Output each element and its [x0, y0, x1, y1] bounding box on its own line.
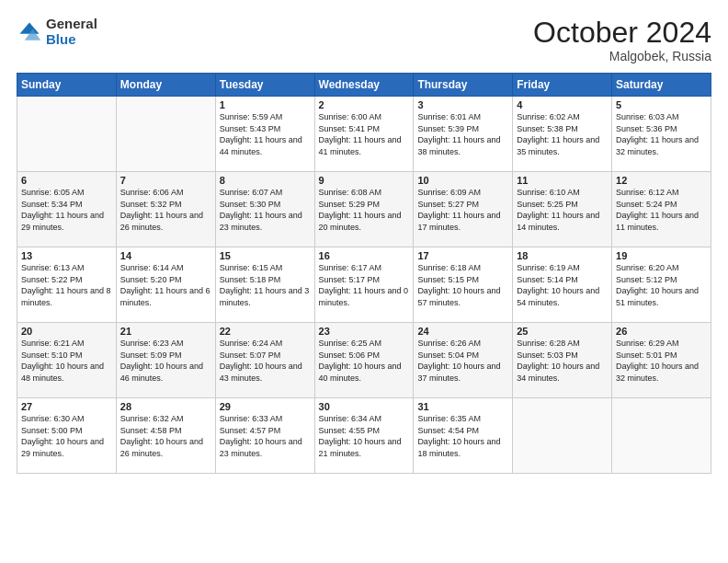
calendar-cell: 2Sunrise: 6:00 AM Sunset: 5:41 PM Daylig… [314, 97, 414, 172]
calendar-cell: 18Sunrise: 6:19 AM Sunset: 5:14 PM Dayli… [513, 247, 612, 323]
logo-general: General [46, 17, 97, 32]
day-info: Sunrise: 6:28 AM Sunset: 5:03 PM Dayligh… [517, 338, 608, 384]
calendar-cell: 4Sunrise: 6:02 AM Sunset: 5:38 PM Daylig… [513, 97, 612, 172]
weekday-header-row: SundayMondayTuesdayWednesdayThursdayFrid… [17, 74, 711, 97]
location: Malgobek, Russia [533, 49, 711, 63]
calendar-cell: 16Sunrise: 6:17 AM Sunset: 5:17 PM Dayli… [314, 247, 414, 323]
weekday-header-sunday: Sunday [17, 74, 117, 97]
week-row-4: 20Sunrise: 6:21 AM Sunset: 5:10 PM Dayli… [17, 323, 711, 398]
calendar-cell: 24Sunrise: 6:26 AM Sunset: 5:04 PM Dayli… [414, 323, 513, 398]
logo-text: General Blue [46, 17, 97, 47]
logo-icon [17, 19, 42, 45]
calendar-cell: 12Sunrise: 6:12 AM Sunset: 5:24 PM Dayli… [612, 172, 711, 247]
calendar-cell: 29Sunrise: 6:33 AM Sunset: 4:57 PM Dayli… [215, 398, 314, 474]
week-row-1: 1Sunrise: 5:59 AM Sunset: 5:43 PM Daylig… [17, 97, 711, 172]
day-info: Sunrise: 6:14 AM Sunset: 5:20 PM Dayligh… [120, 262, 211, 308]
calendar-cell: 11Sunrise: 6:10 AM Sunset: 5:25 PM Dayli… [513, 172, 612, 247]
day-number: 18 [517, 250, 608, 261]
calendar-cell: 14Sunrise: 6:14 AM Sunset: 5:20 PM Dayli… [116, 247, 215, 323]
day-number: 30 [319, 401, 410, 412]
day-info: Sunrise: 6:02 AM Sunset: 5:38 PM Dayligh… [517, 111, 608, 157]
day-number: 13 [21, 250, 112, 261]
day-info: Sunrise: 6:26 AM Sunset: 5:04 PM Dayligh… [417, 338, 508, 384]
day-info: Sunrise: 6:03 AM Sunset: 5:36 PM Dayligh… [616, 111, 707, 157]
day-number: 4 [517, 99, 608, 110]
day-info: Sunrise: 6:09 AM Sunset: 5:27 PM Dayligh… [417, 187, 508, 233]
day-info: Sunrise: 6:13 AM Sunset: 5:22 PM Dayligh… [21, 262, 112, 308]
calendar-cell: 20Sunrise: 6:21 AM Sunset: 5:10 PM Dayli… [17, 323, 117, 398]
calendar-cell: 15Sunrise: 6:15 AM Sunset: 5:18 PM Dayli… [215, 247, 314, 323]
calendar-cell: 22Sunrise: 6:24 AM Sunset: 5:07 PM Dayli… [215, 323, 314, 398]
day-number: 2 [319, 99, 410, 110]
day-info: Sunrise: 6:17 AM Sunset: 5:17 PM Dayligh… [319, 262, 410, 308]
day-info: Sunrise: 6:30 AM Sunset: 5:00 PM Dayligh… [21, 413, 112, 459]
day-info: Sunrise: 6:35 AM Sunset: 4:54 PM Dayligh… [417, 413, 508, 459]
day-info: Sunrise: 6:20 AM Sunset: 5:12 PM Dayligh… [616, 262, 707, 308]
week-row-2: 6Sunrise: 6:05 AM Sunset: 5:34 PM Daylig… [17, 172, 711, 247]
day-number: 12 [616, 175, 707, 186]
calendar-cell: 13Sunrise: 6:13 AM Sunset: 5:22 PM Dayli… [17, 247, 117, 323]
calendar-cell: 5Sunrise: 6:03 AM Sunset: 5:36 PM Daylig… [612, 97, 711, 172]
day-number: 3 [417, 99, 508, 110]
day-number: 26 [616, 326, 707, 337]
day-number: 27 [21, 401, 112, 412]
day-info: Sunrise: 6:15 AM Sunset: 5:18 PM Dayligh… [220, 262, 311, 308]
day-number: 8 [220, 175, 311, 186]
day-number: 25 [517, 326, 608, 337]
calendar-cell: 17Sunrise: 6:18 AM Sunset: 5:15 PM Dayli… [414, 247, 513, 323]
calendar-cell: 9Sunrise: 6:08 AM Sunset: 5:29 PM Daylig… [314, 172, 414, 247]
day-number: 23 [319, 326, 410, 337]
day-number: 21 [120, 326, 211, 337]
calendar-cell: 1Sunrise: 5:59 AM Sunset: 5:43 PM Daylig… [215, 97, 314, 172]
calendar-cell [513, 398, 612, 474]
day-number: 19 [616, 250, 707, 261]
day-info: Sunrise: 6:32 AM Sunset: 4:58 PM Dayligh… [120, 413, 211, 459]
week-row-3: 13Sunrise: 6:13 AM Sunset: 5:22 PM Dayli… [17, 247, 711, 323]
day-info: Sunrise: 6:24 AM Sunset: 5:07 PM Dayligh… [220, 338, 311, 384]
calendar-cell: 19Sunrise: 6:20 AM Sunset: 5:12 PM Dayli… [612, 247, 711, 323]
weekday-header-wednesday: Wednesday [314, 74, 414, 97]
calendar-cell: 26Sunrise: 6:29 AM Sunset: 5:01 PM Dayli… [612, 323, 711, 398]
calendar-cell: 10Sunrise: 6:09 AM Sunset: 5:27 PM Dayli… [414, 172, 513, 247]
day-info: Sunrise: 6:12 AM Sunset: 5:24 PM Dayligh… [616, 187, 707, 233]
weekday-header-saturday: Saturday [612, 74, 711, 97]
day-number: 22 [220, 326, 311, 337]
calendar-cell: 31Sunrise: 6:35 AM Sunset: 4:54 PM Dayli… [414, 398, 513, 474]
day-number: 28 [120, 401, 211, 412]
day-number: 14 [120, 250, 211, 261]
logo: General Blue [17, 17, 97, 47]
day-info: Sunrise: 6:07 AM Sunset: 5:30 PM Dayligh… [220, 187, 311, 233]
weekday-header-thursday: Thursday [414, 74, 513, 97]
day-info: Sunrise: 6:00 AM Sunset: 5:41 PM Dayligh… [319, 111, 410, 157]
day-info: Sunrise: 6:08 AM Sunset: 5:29 PM Dayligh… [319, 187, 410, 233]
day-number: 20 [21, 326, 112, 337]
day-number: 1 [220, 99, 311, 110]
calendar-cell [612, 398, 711, 474]
day-info: Sunrise: 6:29 AM Sunset: 5:01 PM Dayligh… [616, 338, 707, 384]
day-info: Sunrise: 6:33 AM Sunset: 4:57 PM Dayligh… [220, 413, 311, 459]
calendar-cell: 7Sunrise: 6:06 AM Sunset: 5:32 PM Daylig… [116, 172, 215, 247]
calendar-cell [116, 97, 215, 172]
svg-marker-0 [20, 22, 40, 33]
day-number: 7 [120, 175, 211, 186]
calendar-cell: 23Sunrise: 6:25 AM Sunset: 5:06 PM Dayli… [314, 323, 414, 398]
day-number: 31 [417, 401, 508, 412]
calendar-cell [17, 97, 117, 172]
day-number: 11 [517, 175, 608, 186]
day-number: 16 [319, 250, 410, 261]
day-info: Sunrise: 6:10 AM Sunset: 5:25 PM Dayligh… [517, 187, 608, 233]
day-number: 24 [417, 326, 508, 337]
calendar-cell: 28Sunrise: 6:32 AM Sunset: 4:58 PM Dayli… [116, 398, 215, 474]
calendar-cell: 3Sunrise: 6:01 AM Sunset: 5:39 PM Daylig… [414, 97, 513, 172]
calendar-cell: 25Sunrise: 6:28 AM Sunset: 5:03 PM Dayli… [513, 323, 612, 398]
weekday-header-friday: Friday [513, 74, 612, 97]
day-number: 17 [417, 250, 508, 261]
day-info: Sunrise: 6:18 AM Sunset: 5:15 PM Dayligh… [417, 262, 508, 308]
logo-blue: Blue [46, 32, 97, 48]
header: General Blue October 2024 Malgobek, Russ… [17, 17, 711, 63]
day-info: Sunrise: 6:06 AM Sunset: 5:32 PM Dayligh… [120, 187, 211, 233]
day-number: 15 [220, 250, 311, 261]
calendar-cell: 21Sunrise: 6:23 AM Sunset: 5:09 PM Dayli… [116, 323, 215, 398]
day-number: 5 [616, 99, 707, 110]
calendar-cell: 27Sunrise: 6:30 AM Sunset: 5:00 PM Dayli… [17, 398, 117, 474]
